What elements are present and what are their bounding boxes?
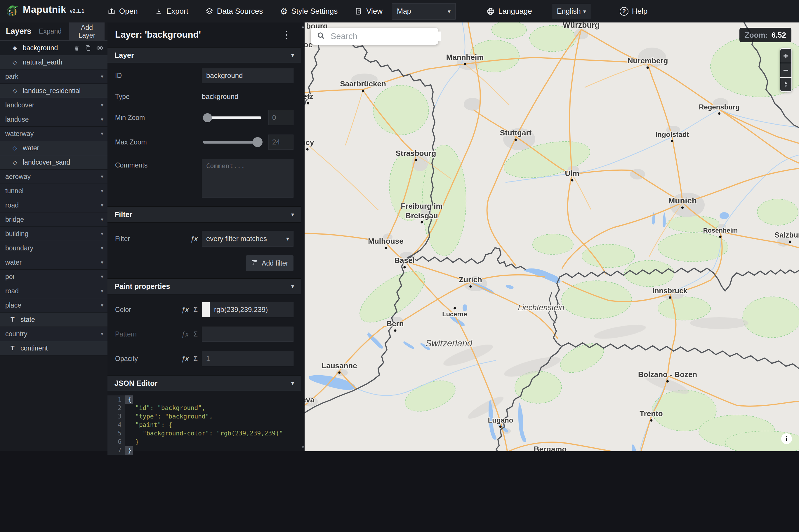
maputnik-app: Maputnik v2.1.1 Open Export — [0, 0, 799, 532]
sidebar-item-water[interactable]: ◇ water — [0, 141, 108, 155]
slider-thumb[interactable] — [253, 137, 262, 147]
min-zoom-slider[interactable] — [203, 112, 261, 123]
chevron-down-icon: ▾ — [101, 216, 104, 223]
delete-layer-icon[interactable] — [73, 45, 80, 51]
sidebar-item-landcover-sand[interactable]: ◇ landcover_sand — [0, 155, 108, 170]
field-pattern: Pattern ƒx Σ — [108, 322, 301, 346]
sidebar-group-landuse[interactable]: landuse ▾ — [0, 112, 108, 127]
map-label: Bern — [386, 319, 404, 328]
help-button[interactable]: ? Help — [620, 7, 647, 16]
map-label: Mannheim — [446, 53, 484, 62]
color-input[interactable] — [210, 302, 294, 317]
layer-outline-icon: ◇ — [11, 145, 19, 151]
scroll-down-icon[interactable]: ▼ — [301, 445, 304, 450]
sidebar-group-road[interactable]: road ▾ — [0, 198, 108, 212]
function-icon[interactable]: ƒx — [181, 355, 189, 363]
sidebar-group-bridge[interactable]: bridge ▾ — [0, 212, 108, 227]
function-icon[interactable]: ƒx — [181, 306, 189, 314]
layer-symbol-icon: T — [9, 316, 16, 323]
attribution-info-button[interactable]: i — [781, 433, 792, 444]
duplicate-layer-icon[interactable] — [85, 45, 91, 51]
sidebar-item-state[interactable]: T state — [0, 312, 108, 327]
chevron-down-icon: ▾ — [101, 130, 104, 137]
chevron-down-icon: ▾ — [101, 173, 104, 180]
chevron-down-icon: ▾ — [291, 211, 294, 218]
map-label-country: Switzerland — [426, 338, 472, 349]
map-label: etz — [304, 92, 313, 101]
section-filter[interactable]: Filter ▾ — [108, 206, 301, 223]
add-filter-button[interactable]: Add filter — [246, 255, 294, 271]
field-type: Type background — [108, 88, 301, 106]
map-label: Bolzano - Bozen — [638, 370, 697, 379]
field-filter: Filter ƒx every filter matches ▾ — [108, 223, 301, 251]
sidebar-group-road-2[interactable]: road ▾ — [0, 284, 108, 298]
sidebar-item-natural-earth[interactable]: ◇ natural_earth — [0, 55, 108, 70]
slider-thumb[interactable] — [203, 113, 212, 122]
search-input[interactable] — [331, 32, 441, 41]
id-input[interactable] — [202, 68, 294, 83]
open-button[interactable]: Open — [108, 7, 138, 16]
data-sources-button[interactable]: Data Sources — [205, 7, 263, 16]
expand-button[interactable]: Expand — [36, 25, 64, 38]
visibility-eye-icon[interactable] — [96, 44, 104, 52]
opacity-input[interactable] — [202, 351, 294, 366]
view-mode-select[interactable]: Map ▾ — [392, 3, 456, 20]
filter-combinator-select[interactable]: every filter matches ▾ — [202, 231, 294, 247]
chevron-down-icon: ▾ — [101, 259, 104, 266]
view-menu[interactable]: View — [355, 7, 383, 16]
section-paint-properties[interactable]: Paint properties ▾ — [108, 278, 301, 294]
sigma-icon[interactable]: Σ — [193, 355, 198, 363]
chevron-down-icon: ▾ — [101, 245, 104, 251]
sidebar-group-country[interactable]: country ▾ — [0, 327, 108, 341]
sigma-icon[interactable]: Σ — [193, 306, 198, 314]
zoom-in-button[interactable]: + — [780, 49, 792, 63]
sidebar-item-continent[interactable]: T continent — [0, 341, 108, 356]
zoom-level-badge: Zoom: 6.52 — [739, 28, 792, 42]
sidebar-group-landcover[interactable]: landcover ▾ — [0, 98, 108, 112]
sidebar-group-water[interactable]: water ▾ — [0, 255, 108, 270]
sidebar-item-landuse-residential[interactable]: ◇ landuse_residential — [0, 84, 108, 98]
sidebar-group-tunnel[interactable]: tunnel ▾ — [0, 184, 108, 198]
sidebar-group-park[interactable]: park ▾ — [0, 70, 108, 84]
style-settings-button[interactable]: ⚙ Style Settings — [280, 7, 338, 16]
comments-textarea[interactable] — [202, 159, 294, 197]
map-label: Stuttgart — [500, 128, 532, 138]
max-zoom-slider[interactable] — [203, 137, 261, 147]
map-label: Freiburg im Breisgau — [401, 201, 442, 220]
sidebar-group-building[interactable]: building ▾ — [0, 227, 108, 241]
sidebar-item-background[interactable]: ◆ background — [0, 41, 108, 55]
add-layer-button[interactable]: Add Layer — [69, 21, 105, 42]
sidebar-group-boundary[interactable]: boundary ▾ — [0, 241, 108, 255]
sidebar-group-place[interactable]: place ▾ — [0, 298, 108, 312]
map-canvas[interactable]: bourg oc Würzburg Mannheim Nuremberg Saa… — [304, 22, 799, 451]
function-icon: ƒx — [181, 330, 189, 338]
json-code-editor[interactable]: 1{ 2 "id": "background", 3 "type": "back… — [108, 393, 301, 459]
export-button[interactable]: Export — [155, 7, 188, 16]
map-label: Strasbourg — [396, 149, 436, 158]
sidebar-group-aeroway[interactable]: aeroway ▾ — [0, 170, 108, 184]
layer-symbol-icon: T — [9, 344, 16, 352]
pitch-toggle-button[interactable]: ▲▼ — [780, 78, 792, 91]
function-icon[interactable]: ƒx — [190, 235, 198, 243]
color-swatch[interactable] — [202, 302, 210, 317]
scroll-up-icon[interactable]: ▲ — [301, 24, 304, 28]
min-zoom-value[interactable]: 0 — [268, 110, 294, 125]
sidebar-group-poi[interactable]: poi ▾ — [0, 270, 108, 284]
add-filter-row: Add filter — [108, 251, 301, 278]
sidebar-group-waterway[interactable]: waterway ▾ — [0, 127, 108, 141]
layer-editor-header: Layer: 'background' ⋮ — [108, 22, 301, 47]
language-select[interactable]: English ▾ — [552, 4, 591, 19]
section-json-editor[interactable]: JSON Editor ▾ — [108, 375, 301, 391]
help-icon: ? — [620, 7, 629, 16]
section-layer[interactable]: Layer ▾ — [108, 47, 301, 63]
kebab-menu-icon[interactable]: ⋮ — [279, 30, 294, 40]
chevron-down-icon: ▾ — [101, 230, 104, 237]
map-label: Rosenheim — [703, 226, 738, 235]
max-zoom-value[interactable]: 24 — [268, 135, 294, 150]
gear-icon: ⚙ — [280, 7, 287, 16]
editor-scrollbar[interactable]: ▲ ▼ — [301, 22, 304, 451]
globe-icon — [486, 7, 495, 16]
search-icon — [317, 31, 325, 41]
zoom-out-button[interactable]: − — [780, 63, 792, 78]
pattern-input[interactable] — [202, 326, 294, 342]
